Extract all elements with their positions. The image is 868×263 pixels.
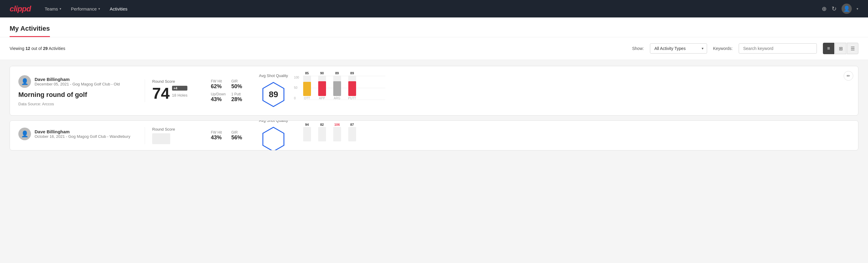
y-label-0: 0 <box>294 96 299 100</box>
avg-shot-quality2-label: Avg Shot Quality <box>259 120 288 123</box>
bar-container-arg <box>333 76 341 96</box>
quality-score: 89 <box>269 90 278 99</box>
keyword-input[interactable] <box>739 43 817 54</box>
fw-hit2-metric: FW Hit 43% <box>211 130 226 141</box>
activity-type-select-wrapper: All Activity Types ▾ <box>650 43 707 54</box>
bar2-container-app <box>318 127 326 141</box>
user2-info: Dave Billingham October 16, 2021 - Gog M… <box>35 129 130 139</box>
list-compact-icon: ≡ <box>827 46 830 51</box>
y-label-100: 100 <box>294 76 299 79</box>
nav-teams[interactable]: Teams ▾ <box>40 4 66 14</box>
user-row: 👤 Dave Billingham December 05, 2021 - Go… <box>18 75 145 88</box>
score-badge: +4 <box>172 86 187 91</box>
page-header: My Activities <box>0 18 868 37</box>
card2-left: 👤 Dave Billingham October 16, 2021 - Gog… <box>18 127 145 143</box>
bar-chart-wrapper: 100 50 0 85 <box>294 76 385 106</box>
round-score2-label: Round Score <box>152 127 197 132</box>
round-score-value: 74 <box>152 85 169 101</box>
round-score2-placeholder <box>152 133 170 144</box>
bar-fill-ott <box>303 82 311 96</box>
gir-metric: GIR 50% <box>231 79 247 90</box>
bar-fill-putt <box>348 81 356 96</box>
bar-container-putt <box>348 76 356 96</box>
bar2-value-putt: 87 <box>350 123 354 126</box>
bar-chart: 85 OTT 90 APP <box>303 76 385 100</box>
bar-label-app: APP <box>319 96 325 100</box>
bar-group-arg: 89 ARG <box>333 71 341 100</box>
bar-value-arg: 89 <box>335 71 339 75</box>
viewing-text: Viewing 12 out of 29 Activities <box>10 46 65 51</box>
bar2-chart: 94 82 106 87 <box>303 123 385 141</box>
filter-row: Viewing 12 out of 29 Activities Show: Al… <box>0 37 868 60</box>
user-name: Dave Billingham <box>35 77 120 82</box>
bar2-container-arg <box>333 127 341 141</box>
bar2-container-putt <box>348 127 356 141</box>
card-quality: Avg Shot Quality 89 100 50 0 <box>253 74 391 108</box>
card-left: 👤 Dave Billingham December 05, 2021 - Go… <box>18 75 145 106</box>
holes-label: 18 Holes <box>172 93 187 97</box>
bar-group-app: 90 APP <box>318 71 326 100</box>
view-list-detail-button[interactable]: ☰ <box>847 43 858 54</box>
bar-container-app <box>318 76 326 96</box>
one-putt-label: 1 Putt <box>231 92 247 96</box>
bar-label-putt: PUTT <box>348 96 356 100</box>
grid-icon: ⊞ <box>839 46 843 52</box>
svg-marker-1 <box>263 127 284 151</box>
bar2-arg: 106 <box>333 123 341 141</box>
bar2-container-ott <box>303 127 311 141</box>
user2-date: October 16, 2021 - Gog Magog Golf Club -… <box>35 134 130 139</box>
add-icon[interactable]: ⊕ <box>822 5 827 12</box>
card-metrics: FW Hit 62% GIR 50% Up/Down 43% 1 Putt 28… <box>205 79 253 103</box>
show-label: Show: <box>632 46 644 51</box>
metrics-grid: FW Hit 62% GIR 50% Up/Down 43% 1 Putt 28… <box>211 79 247 103</box>
bar2-app: 82 <box>318 123 326 141</box>
view-list-compact-button[interactable]: ≡ <box>823 43 834 54</box>
y-label-50: 50 <box>294 86 299 89</box>
bar-group-putt: 89 PUTT <box>348 71 356 100</box>
nav-items: Teams ▾ Performance ▾ Activities <box>40 4 132 14</box>
edit-button[interactable]: ✏ <box>844 71 853 81</box>
gir-value: 50% <box>231 83 247 90</box>
logo[interactable]: clippd <box>10 4 31 13</box>
nav-performance[interactable]: Performance ▾ <box>67 4 104 14</box>
hexagon-wrapper: Avg Shot Quality 89 <box>259 74 288 108</box>
card2-stats: Round Score <box>145 127 205 144</box>
data-source: Data Source: Arccos <box>18 102 145 106</box>
bar2-value-app: 82 <box>320 123 323 126</box>
page-title: My Activities <box>10 18 50 37</box>
nav-activities[interactable]: Activities <box>105 4 132 14</box>
activity-card-2: 👤 Dave Billingham October 16, 2021 - Gog… <box>10 120 858 150</box>
gir2-label: GIR <box>231 130 247 135</box>
bar-container-ott <box>303 76 311 96</box>
user-info: Dave Billingham December 05, 2021 - Gog … <box>35 77 120 86</box>
avatar2: 👤 <box>18 127 31 140</box>
refresh-icon[interactable]: ↻ <box>832 5 837 12</box>
view-buttons: ≡ ⊞ ☰ <box>823 43 858 54</box>
gir-label: GIR <box>231 79 247 83</box>
fw-hit-label: FW Hit <box>211 79 226 83</box>
bar2-value-arg: 106 <box>334 123 340 126</box>
bar-value-app: 90 <box>320 71 323 75</box>
fw-hit2-label: FW Hit <box>211 130 226 135</box>
avatar: 👤 <box>18 75 31 88</box>
person2-icon: 👤 <box>21 130 29 138</box>
bar2-value-ott: 94 <box>305 123 309 126</box>
fw-hit2-value: 43% <box>211 135 226 141</box>
view-grid-button[interactable]: ⊞ <box>835 43 846 54</box>
user-avatar[interactable]: 👤 <box>841 4 852 14</box>
updown-label: Up/Down <box>211 92 226 96</box>
bar-value-ott: 85 <box>305 71 309 75</box>
bar2-ott: 94 <box>303 123 311 141</box>
avatar-chevron-icon[interactable]: ▾ <box>857 7 858 11</box>
hexagon2-wrapper: Avg Shot Quality <box>259 120 288 150</box>
navbar: clippd Teams ▾ Performance ▾ Activities … <box>0 0 868 18</box>
bar-group-ott: 85 OTT <box>303 71 311 100</box>
activity-type-select[interactable]: All Activity Types <box>650 43 707 54</box>
quality2-hexagon <box>260 126 287 151</box>
round-score-row: 74 +4 18 Holes <box>152 85 197 101</box>
bar2-chart-wrapper: 94 82 106 87 <box>294 123 385 147</box>
updown-metric: Up/Down 43% <box>211 92 226 103</box>
list-detail-icon: ☰ <box>850 46 855 52</box>
metrics2-grid: FW Hit 43% GIR 56% <box>211 130 247 141</box>
bar2-putt: 87 <box>348 123 356 141</box>
